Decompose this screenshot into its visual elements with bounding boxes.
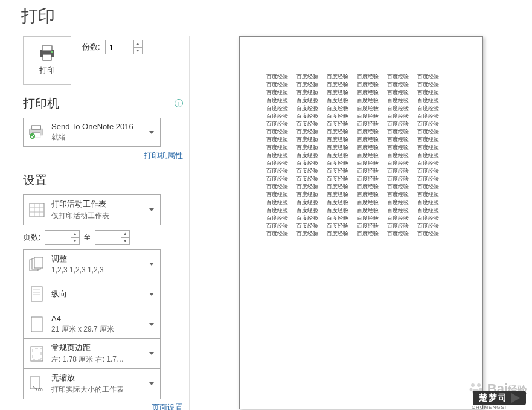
preview-cell: 百度经验 bbox=[417, 222, 439, 230]
preview-cell: 百度经验 bbox=[327, 214, 348, 222]
print-what-dropdown[interactable]: 打印活动工作表 仅打印活动工作表 bbox=[23, 194, 161, 225]
print-what-sub: 仅打印活动工作表 bbox=[51, 211, 143, 221]
preview-cell: 百度经验 bbox=[387, 167, 409, 175]
preview-cell: 百度经验 bbox=[266, 222, 288, 230]
preview-cell: 百度经验 bbox=[387, 104, 409, 112]
preview-cell: 百度经验 bbox=[417, 175, 439, 183]
spinner-down-icon[interactable]: ▼ bbox=[71, 238, 79, 245]
preview-cell: 百度经验 bbox=[296, 222, 318, 230]
margins-dropdown[interactable]: 常规页边距 左: 1.78 厘米 右: 1.7… bbox=[23, 338, 161, 369]
preview-cell: 百度经验 bbox=[296, 175, 318, 183]
copies-input[interactable] bbox=[106, 40, 133, 54]
preview-cell: 百度经验 bbox=[296, 112, 318, 120]
print-settings-panel: 打印 份数: ▲ ▼ 打印机 i bbox=[0, 36, 190, 410]
preview-cell: 百度经验 bbox=[387, 214, 409, 222]
preview-content: 百度经验百度经验百度经验百度经验百度经验百度经验百度经验百度经验百度经验百度经验… bbox=[266, 73, 456, 238]
collation-dropdown[interactable]: 调整 1,2,3 1,2,3 1,2,3 bbox=[23, 249, 161, 278]
svg-point-26 bbox=[477, 383, 481, 387]
printer-properties-link[interactable]: 打印机属性 bbox=[144, 151, 183, 160]
preview-cell: 百度经验 bbox=[417, 183, 439, 191]
svg-rect-23 bbox=[30, 377, 40, 389]
scaling-dropdown[interactable]: 100 无缩放 打印实际大小的工作表 bbox=[23, 368, 161, 399]
print-what-title: 打印活动工作表 bbox=[51, 199, 143, 210]
preview-cell: 百度经验 bbox=[296, 214, 318, 222]
preview-row: 百度经验百度经验百度经验百度经验百度经验百度经验 bbox=[266, 175, 456, 183]
preview-cell: 百度经验 bbox=[327, 144, 348, 152]
preview-cell: 百度经验 bbox=[296, 152, 318, 159]
preview-cell: 百度经验 bbox=[387, 144, 409, 152]
preview-cell: 百度经验 bbox=[357, 167, 379, 175]
preview-cell: 百度经验 bbox=[327, 175, 348, 183]
pages-from-spinner[interactable]: ▲ ▼ bbox=[45, 230, 80, 245]
preview-cell: 百度经验 bbox=[327, 183, 348, 191]
collation-sub: 1,2,3 1,2,3 1,2,3 bbox=[51, 266, 143, 274]
margins-title: 常规页边距 bbox=[51, 342, 143, 353]
svg-rect-2 bbox=[43, 54, 51, 60]
preview-cell: 百度经验 bbox=[327, 199, 348, 207]
page-setup-link[interactable]: 页面设置 bbox=[152, 403, 183, 410]
pages-to-spinner[interactable]: ▲ ▼ bbox=[95, 230, 130, 245]
page-icon bbox=[28, 316, 45, 333]
collation-icon bbox=[28, 255, 45, 272]
preview-cell: 百度经验 bbox=[417, 128, 439, 136]
preview-cell: 百度经验 bbox=[266, 183, 288, 191]
orientation-dropdown[interactable]: 纵向 bbox=[23, 278, 161, 310]
preview-row: 百度经验百度经验百度经验百度经验百度经验百度经验 bbox=[266, 144, 456, 152]
preview-cell: 百度经验 bbox=[387, 112, 409, 120]
preview-cell: 百度经验 bbox=[417, 136, 439, 144]
chevron-down-icon bbox=[149, 208, 154, 211]
preview-row: 百度经验百度经验百度经验百度经验百度经验百度经验 bbox=[266, 112, 456, 120]
svg-point-7 bbox=[30, 133, 35, 139]
spinner-up-icon[interactable]: ▲ bbox=[71, 231, 79, 238]
preview-cell: 百度经验 bbox=[417, 159, 439, 167]
copies-spinner[interactable]: ▲ ▼ bbox=[105, 40, 143, 54]
preview-row: 百度经验百度经验百度经验百度经验百度经验百度经验 bbox=[266, 89, 456, 97]
preview-row: 百度经验百度经验百度经验百度经验百度经验百度经验 bbox=[266, 136, 456, 144]
preview-cell: 百度经验 bbox=[357, 73, 379, 81]
preview-row: 百度经验百度经验百度经验百度经验百度经验百度经验 bbox=[266, 222, 456, 230]
preview-cell: 百度经验 bbox=[387, 97, 409, 104]
preview-cell: 百度经验 bbox=[266, 207, 288, 214]
preview-cell: 百度经验 bbox=[387, 128, 409, 136]
preview-cell: 百度经验 bbox=[327, 112, 348, 120]
page-title: 打印 bbox=[0, 0, 532, 36]
preview-row: 百度经验百度经验百度经验百度经验百度经验百度经验 bbox=[266, 104, 456, 112]
preview-cell: 百度经验 bbox=[387, 73, 409, 81]
svg-point-3 bbox=[51, 51, 53, 53]
spinner-down-icon[interactable]: ▼ bbox=[121, 238, 129, 245]
preview-cell: 百度经验 bbox=[357, 199, 379, 207]
info-icon[interactable]: i bbox=[175, 99, 183, 107]
preview-cell: 百度经验 bbox=[296, 89, 318, 97]
pages-from-input[interactable] bbox=[45, 231, 71, 244]
preview-cell: 百度经验 bbox=[266, 159, 288, 167]
preview-panel: 百度经验百度经验百度经验百度经验百度经验百度经验百度经验百度经验百度经验百度经验… bbox=[190, 36, 532, 410]
preview-cell: 百度经验 bbox=[357, 104, 379, 112]
preview-cell: 百度经验 bbox=[266, 214, 288, 222]
printer-dropdown[interactable]: Send To OneNote 2016 就绪 bbox=[23, 118, 161, 147]
triangle-icon bbox=[511, 393, 520, 403]
chevron-down-icon bbox=[149, 352, 154, 355]
preview-cell: 百度经验 bbox=[266, 136, 288, 144]
preview-cell: 百度经验 bbox=[266, 199, 288, 207]
paper-sub: 21 厘米 x 29.7 厘米 bbox=[51, 324, 143, 335]
preview-cell: 百度经验 bbox=[387, 199, 409, 207]
svg-rect-15 bbox=[34, 257, 43, 268]
preview-cell: 百度经验 bbox=[387, 136, 409, 144]
preview-cell: 百度经验 bbox=[417, 199, 439, 207]
svg-text:100: 100 bbox=[36, 388, 43, 392]
preview-cell: 百度经验 bbox=[266, 73, 288, 81]
preview-cell: 百度经验 bbox=[357, 136, 379, 144]
paper-dropdown[interactable]: A4 21 厘米 x 29.7 厘米 bbox=[23, 310, 161, 339]
spinner-down-icon[interactable]: ▼ bbox=[134, 48, 142, 54]
preview-cell: 百度经验 bbox=[387, 120, 409, 128]
print-button[interactable]: 打印 bbox=[23, 36, 71, 85]
pages-to-input[interactable] bbox=[95, 231, 121, 244]
preview-cell: 百度经验 bbox=[357, 222, 379, 230]
spinner-up-icon[interactable]: ▲ bbox=[134, 40, 142, 48]
svg-point-27 bbox=[469, 388, 472, 391]
spinner-up-icon[interactable]: ▲ bbox=[121, 231, 129, 238]
preview-cell: 百度经验 bbox=[357, 89, 379, 97]
preview-cell: 百度经验 bbox=[387, 183, 409, 191]
preview-cell: 百度经验 bbox=[417, 167, 439, 175]
svg-rect-1 bbox=[42, 46, 52, 51]
